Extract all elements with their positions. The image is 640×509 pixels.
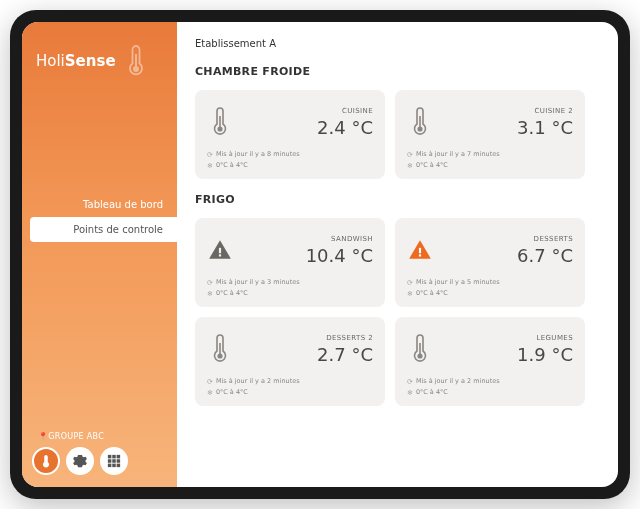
main-content: Etablissement A CHAMBRE FROIDECUISINE2.4… (177, 22, 618, 487)
card-meta: ⟳Mis à jour il y a 2 minutes❄0°C à 4°C (407, 377, 573, 398)
clock-icon: ⟳ (407, 278, 413, 289)
card-label: LEGUMES (517, 334, 573, 342)
range-icon: ❄ (207, 388, 213, 399)
svg-rect-2 (108, 455, 112, 459)
dock-settings-button[interactable] (66, 447, 94, 475)
updated-text: Mis à jour il y a 3 minutes (216, 278, 300, 288)
sensor-card[interactable]: SANDWISH10.4 °C⟳Mis à jour il y a 3 minu… (195, 218, 385, 307)
updated-text: Mis à jour il y a 5 minutes (416, 278, 500, 288)
sensor-card[interactable]: CUISINE 23.1 °C⟳Mis à jour il y a 7 minu… (395, 90, 585, 179)
thermometer-icon (207, 334, 233, 364)
card-label: CUISINE 2 (517, 107, 573, 115)
thermometer-icon (407, 107, 433, 137)
sensor-card[interactable]: DESSERTS 22.7 °C⟳Mis à jour il y a 2 min… (195, 317, 385, 406)
range-text: 0°C à 4°C (416, 289, 448, 299)
clock-icon: ⟳ (207, 278, 213, 289)
card-meta: ⟳Mis à jour il y a 3 minutes❄0°C à 4°C (207, 278, 373, 299)
card-meta: ⟳Mis à jour il y a 2 minutes❄0°C à 4°C (207, 377, 373, 398)
range-icon: ❄ (407, 388, 413, 399)
svg-rect-10 (117, 464, 121, 468)
clock-icon: ⟳ (407, 150, 413, 161)
svg-rect-15 (219, 248, 221, 253)
range-text: 0°C à 4°C (216, 161, 248, 171)
card-meta: ⟳Mis à jour il y a 7 minutes❄0°C à 4°C (407, 150, 573, 171)
thermometer-icon (207, 107, 233, 137)
svg-point-21 (417, 353, 422, 358)
section-title: FRIGO (195, 193, 610, 206)
warning-icon (407, 237, 433, 263)
dock (32, 447, 167, 475)
brand-name: HoliSense (36, 52, 116, 70)
clock-icon: ⟳ (207, 150, 213, 161)
svg-rect-5 (108, 459, 112, 463)
card-temperature: 2.7 °C (317, 344, 373, 365)
card-temperature: 2.4 °C (317, 117, 373, 138)
svg-rect-8 (108, 464, 112, 468)
clock-icon: ⟳ (407, 377, 413, 388)
svg-point-13 (417, 126, 422, 131)
svg-rect-16 (219, 254, 221, 256)
svg-rect-3 (112, 455, 116, 459)
card-temperature: 3.1 °C (517, 117, 573, 138)
card-grid: CUISINE2.4 °C⟳Mis à jour il y a 8 minute… (195, 90, 610, 179)
nav-dashboard[interactable]: Tableau de bord (22, 192, 177, 217)
card-temperature: 6.7 °C (517, 245, 573, 266)
card-temperature: 10.4 °C (306, 245, 373, 266)
thermometer-icon (407, 334, 433, 364)
svg-rect-9 (112, 464, 116, 468)
card-temperature: 1.9 °C (517, 344, 573, 365)
svg-rect-17 (419, 248, 421, 253)
dock-grid-button[interactable] (100, 447, 128, 475)
updated-text: Mis à jour il y a 8 minutes (216, 150, 300, 160)
sensor-card[interactable]: LEGUMES1.9 °C⟳Mis à jour il y a 2 minute… (395, 317, 585, 406)
card-meta: ⟳Mis à jour il y a 8 minutes❄0°C à 4°C (207, 150, 373, 171)
svg-point-0 (133, 66, 139, 72)
screen: HoliSense Tableau de bord Points de cont… (22, 22, 618, 487)
sensor-card[interactable]: CUISINE2.4 °C⟳Mis à jour il y a 8 minute… (195, 90, 385, 179)
nav: Tableau de bord Points de controle (22, 192, 177, 242)
updated-text: Mis à jour il y a 2 minutes (416, 377, 500, 387)
card-label: SANDWISH (306, 235, 373, 243)
thermometer-icon (124, 44, 148, 78)
sensor-card[interactable]: DESSERTS6.7 °C⟳Mis à jour il y a 5 minut… (395, 218, 585, 307)
svg-point-19 (217, 353, 222, 358)
updated-text: Mis à jour il y a 7 minutes (416, 150, 500, 160)
establishment-title: Etablissement A (195, 38, 610, 49)
sidebar-footer: 📍GROUPE ABC (22, 432, 177, 487)
group-label: 📍GROUPE ABC (32, 432, 167, 441)
range-icon: ❄ (407, 161, 413, 172)
range-text: 0°C à 4°C (416, 388, 448, 398)
range-text: 0°C à 4°C (216, 289, 248, 299)
card-meta: ⟳Mis à jour il y a 5 minutes❄0°C à 4°C (407, 278, 573, 299)
range-icon: ❄ (407, 289, 413, 300)
card-label: DESSERTS 2 (317, 334, 373, 342)
warning-icon (207, 237, 233, 263)
svg-rect-7 (117, 459, 121, 463)
svg-rect-6 (112, 459, 116, 463)
brand: HoliSense (22, 22, 177, 92)
sidebar: HoliSense Tableau de bord Points de cont… (22, 22, 177, 487)
svg-rect-4 (117, 455, 121, 459)
svg-rect-18 (419, 254, 421, 256)
section-title: CHAMBRE FROIDE (195, 65, 610, 78)
range-text: 0°C à 4°C (416, 161, 448, 171)
range-icon: ❄ (207, 161, 213, 172)
card-grid: SANDWISH10.4 °C⟳Mis à jour il y a 3 minu… (195, 218, 610, 406)
range-icon: ❄ (207, 289, 213, 300)
tablet-frame: HoliSense Tableau de bord Points de cont… (10, 10, 630, 499)
range-text: 0°C à 4°C (216, 388, 248, 398)
dock-sensors-button[interactable] (32, 447, 60, 475)
card-label: CUISINE (317, 107, 373, 115)
svg-point-11 (217, 126, 222, 131)
updated-text: Mis à jour il y a 2 minutes (216, 377, 300, 387)
clock-icon: ⟳ (207, 377, 213, 388)
nav-control-points[interactable]: Points de controle (30, 217, 177, 242)
card-label: DESSERTS (517, 235, 573, 243)
